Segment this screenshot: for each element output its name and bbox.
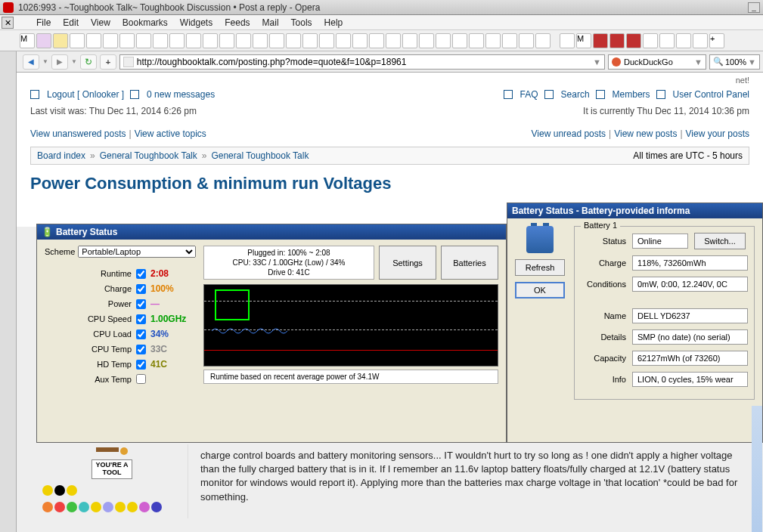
battery-app-titlebar[interactable]: Battery Status (37, 224, 506, 240)
toolbar-icon[interactable] (469, 33, 484, 48)
zoom-control[interactable]: 🔍 100% ▼ (709, 54, 760, 70)
toolbar-icon[interactable] (36, 33, 51, 48)
emoticon-icon[interactable] (67, 485, 77, 496)
messages-link[interactable]: 0 new messages (147, 89, 215, 100)
ok-button[interactable]: OK (515, 282, 565, 298)
toolbar-icon[interactable] (136, 33, 151, 48)
emoticon-icon[interactable] (54, 485, 65, 496)
settings-button[interactable]: Settings (379, 246, 436, 280)
menu-edit[interactable]: Edit (57, 17, 85, 28)
menu-feeds[interactable]: Feeds (219, 17, 256, 28)
toolbar-icon[interactable] (70, 33, 85, 48)
menu-file[interactable]: File (30, 17, 57, 28)
hdtemp-checkbox[interactable] (136, 360, 146, 370)
toolbar-icon[interactable] (626, 33, 641, 48)
toolbar-icon[interactable] (253, 33, 268, 48)
toolbar-icon[interactable] (302, 33, 318, 48)
emoticon-icon[interactable] (127, 502, 138, 512)
power-checkbox[interactable] (136, 299, 146, 309)
toolbar-icon[interactable] (643, 33, 658, 48)
search-engine-box[interactable]: DuckDuckGo ▼ (608, 54, 706, 70)
toolbar-icon[interactable] (693, 33, 708, 48)
toolbar-icon[interactable] (402, 33, 417, 48)
view-unanswered-link[interactable]: View unanswered posts (30, 128, 126, 139)
toolbar-icon[interactable] (419, 33, 434, 48)
minimize-button[interactable]: _ (748, 2, 760, 13)
toolbar-icon[interactable] (336, 33, 351, 48)
add-bookmark-button[interactable] (100, 54, 116, 70)
menu-bookmarks[interactable]: Bookmarks (116, 17, 174, 28)
back-button[interactable] (23, 54, 39, 70)
toolbar-icon[interactable] (236, 33, 251, 48)
toolbar-icon[interactable]: M (20, 33, 35, 48)
tab-close-button[interactable]: ✕ (2, 17, 14, 29)
view-new-link[interactable]: View new posts (614, 128, 677, 139)
toolbar-icon[interactable] (560, 33, 575, 48)
scheme-select[interactable]: Portable/Laptop (78, 246, 196, 258)
menu-mail[interactable]: Mail (256, 17, 285, 28)
address-bar[interactable]: ▼ (119, 54, 605, 70)
cpuspeed-checkbox[interactable] (136, 314, 146, 324)
ucp-link[interactable]: User Control Panel (673, 89, 749, 100)
auxtemp-checkbox[interactable] (136, 374, 146, 384)
cputemp-checkbox[interactable] (136, 345, 146, 354)
forward-button[interactable] (51, 54, 68, 70)
emoticon-icon[interactable] (67, 502, 77, 512)
battery-panel-titlebar[interactable]: Battery Status - Battery-provided inform… (507, 203, 762, 218)
toolbar-icon[interactable] (203, 33, 218, 48)
refresh-button[interactable]: Refresh (515, 259, 565, 276)
toolbar-icon[interactable] (519, 33, 534, 48)
charge-checkbox[interactable] (136, 284, 146, 294)
emoticon-icon[interactable] (91, 502, 101, 512)
menu-help[interactable]: Help (318, 17, 349, 28)
toolbar-icon[interactable]: M (576, 33, 591, 48)
toolbar-icon[interactable] (369, 33, 384, 48)
cpuload-checkbox[interactable] (136, 329, 146, 339)
emoticon-icon[interactable] (151, 502, 162, 512)
view-active-link[interactable]: View active topics (135, 128, 206, 139)
batteries-button[interactable]: Batteries (441, 246, 498, 280)
toolbar-icon[interactable] (86, 33, 101, 48)
toolbar-add-icon[interactable]: + (709, 33, 724, 48)
toolbar-icon[interactable] (169, 33, 185, 48)
toolbar-icon[interactable] (186, 33, 201, 48)
view-your-link[interactable]: View your posts (686, 128, 750, 139)
toolbar-icon[interactable] (502, 33, 517, 48)
menu-view[interactable]: View (85, 17, 116, 28)
toolbar-icon[interactable] (352, 33, 368, 48)
toolbar-icon[interactable] (269, 33, 284, 48)
toolbar-icon[interactable] (436, 33, 451, 48)
switch-button[interactable]: Switch... (694, 233, 746, 249)
view-unread-link[interactable]: View unread posts (532, 128, 606, 139)
emoticon-icon[interactable] (103, 502, 113, 512)
breadcrumb-forum-2[interactable]: General Toughbook Talk (211, 150, 309, 161)
refresh-button[interactable] (80, 54, 97, 70)
emoticon-icon[interactable] (42, 485, 53, 496)
toolbar-icon[interactable] (319, 33, 334, 48)
toolbar-icon[interactable] (659, 33, 675, 48)
breadcrumb-board[interactable]: Board index (37, 150, 85, 161)
toolbar-icon[interactable] (535, 33, 551, 48)
search-link[interactable]: Search (561, 89, 590, 100)
runtime-checkbox[interactable] (136, 269, 146, 279)
members-link[interactable]: Members (613, 89, 650, 100)
emoticon-icon[interactable] (115, 502, 126, 512)
toolbar-icon[interactable] (219, 33, 234, 48)
emoticon-icon[interactable] (139, 502, 150, 512)
emoticon-icon[interactable] (54, 502, 65, 512)
toolbar-icon[interactable] (53, 33, 68, 48)
logout-link[interactable]: Logout [ Onlooker ] (47, 89, 124, 100)
menu-tools[interactable]: Tools (285, 17, 318, 28)
breadcrumb-forum-1[interactable]: General Toughbook Talk (100, 150, 197, 161)
emoticon-icon[interactable] (42, 502, 53, 512)
toolbar-icon[interactable] (452, 33, 467, 48)
toolbar-icon[interactable] (153, 33, 168, 48)
faq-link[interactable]: FAQ (520, 89, 538, 100)
toolbar-icon[interactable] (386, 33, 401, 48)
toolbar-icon[interactable] (593, 33, 608, 48)
toolbar-icon[interactable] (119, 33, 135, 48)
toolbar-icon[interactable] (103, 33, 118, 48)
toolbar-icon[interactable] (485, 33, 501, 48)
url-input[interactable] (137, 57, 593, 67)
emoticon-icon[interactable] (79, 502, 89, 512)
